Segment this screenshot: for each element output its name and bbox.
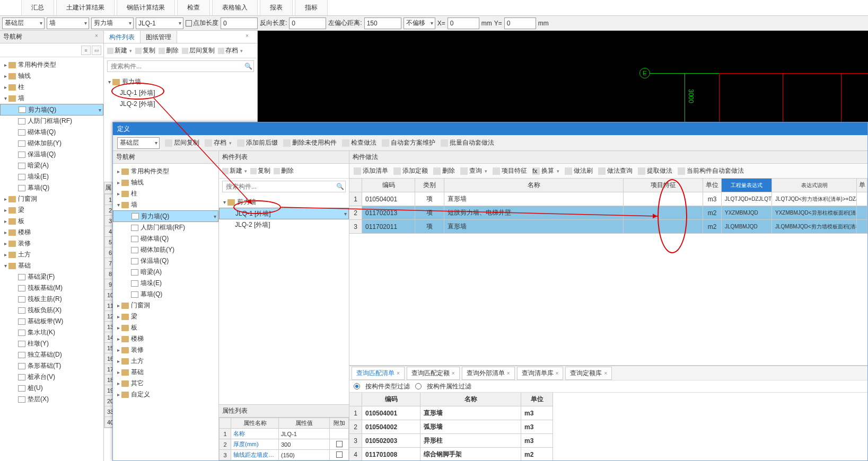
qtab-match-quota[interactable]: 查询匹配定额× bbox=[407, 367, 460, 380]
type-select[interactable]: 墙 bbox=[47, 17, 89, 29]
tree-leaf[interactable]: 筏板主筋(R) bbox=[0, 294, 103, 305]
tree-node[interactable]: 保温墙(Q) bbox=[113, 255, 218, 267]
practice-table[interactable]: 编码 类别 名称 项目特征 单位 工程量表达式 表达式说明 单 10105040… bbox=[349, 179, 867, 234]
qtab-ext-list[interactable]: 查询外部清单× bbox=[462, 367, 515, 380]
check-practice-button[interactable]: 检查做法 bbox=[342, 138, 376, 147]
comp-select[interactable]: JLQ-1 bbox=[136, 17, 183, 29]
tree-leaf[interactable]: 暗梁(A) bbox=[0, 160, 103, 171]
tree-leaf[interactable]: 剪力墙(Q) bbox=[0, 104, 103, 116]
tree-node[interactable]: JLQ-1 [外墙] bbox=[219, 208, 349, 219]
tree-node[interactable]: JLQ-2 [外墙] bbox=[104, 99, 257, 110]
tree-node[interactable]: ▸梁 bbox=[113, 311, 218, 322]
tree-node[interactable]: 人防门框墙(RF) bbox=[113, 222, 218, 233]
tab-rebar[interactable]: 钢筋计算结果 bbox=[117, 0, 175, 15]
tree-node[interactable]: ▾剪力墙 bbox=[219, 197, 349, 208]
tab-table-input[interactable]: 表格输入 bbox=[212, 0, 258, 15]
tab-check[interactable]: 检查 bbox=[177, 0, 210, 15]
auto-scheme-button[interactable]: 自动套方案维护 bbox=[382, 138, 435, 147]
tab-summary[interactable]: 汇总 bbox=[21, 0, 54, 15]
table-row[interactable]: 2010504002弧形墙m3 bbox=[349, 420, 867, 434]
tree-leaf[interactable]: 保温墙(Q) bbox=[0, 149, 103, 160]
search-input[interactable]: 🔍 bbox=[107, 60, 254, 72]
tab-index[interactable]: 指标 bbox=[295, 0, 328, 15]
layer-copy-button[interactable]: 层间复制 bbox=[165, 138, 199, 147]
tree-leaf[interactable]: 条形基础(T) bbox=[0, 360, 103, 371]
new-button[interactable]: 新建▾ bbox=[107, 46, 132, 55]
tree-node[interactable]: 砌体墙(Q) bbox=[113, 233, 218, 244]
tab-civil[interactable]: 土建计算结果 bbox=[56, 0, 115, 15]
add-quota-button[interactable]: 添加定额 bbox=[393, 166, 428, 175]
tree-node[interactable]: ▾剪力墙 bbox=[104, 76, 257, 87]
tab-report[interactable]: 报表 bbox=[260, 0, 293, 15]
tree-node[interactable]: ▸装修 bbox=[113, 344, 218, 356]
delete-unused-button[interactable]: 删除未使用构件 bbox=[283, 138, 337, 147]
delete-button[interactable]: 删除 bbox=[274, 166, 294, 175]
tree-node[interactable]: ▾基础 bbox=[0, 260, 103, 271]
tree-node[interactable]: ▸轴线 bbox=[0, 70, 103, 82]
tree-node[interactable]: 剪力墙(Q) bbox=[113, 210, 218, 222]
feature-button[interactable]: 项目特征 bbox=[493, 166, 527, 175]
tab-drawing-mgmt[interactable]: 图纸管理 bbox=[141, 31, 177, 43]
offset-input[interactable]: 150 bbox=[364, 17, 401, 29]
tree-node[interactable]: ▸装修 bbox=[0, 238, 103, 249]
tree-leaf[interactable]: 桩承台(V) bbox=[0, 371, 103, 383]
tree-node[interactable]: ▸板 bbox=[113, 322, 218, 333]
floor-select[interactable]: 基础层 bbox=[2, 17, 45, 29]
tree-leaf[interactable]: 人防门框墙(RF) bbox=[0, 116, 103, 127]
tree-leaf[interactable]: 砌体加筋(Y) bbox=[0, 138, 103, 149]
add-list-button[interactable]: 添加清单 bbox=[354, 166, 388, 175]
tree-node[interactable]: 墙垛(E) bbox=[113, 278, 218, 289]
tree-node[interactable]: 砌体加筋(Y) bbox=[113, 244, 218, 255]
table-row[interactable]: 3011702011项直形墙m2JLQMBMJQDJLQMBMJQD<剪力墙模板… bbox=[349, 220, 867, 234]
tree-leaf[interactable]: 砌体墙(Q) bbox=[0, 127, 103, 138]
tree-node[interactable]: ▸轴线 bbox=[113, 177, 218, 188]
copy-button[interactable]: 复制 bbox=[135, 46, 155, 55]
query-result-table[interactable]: 编码 名称 单位 1010504001直形墙m32010504002弧形墙m33… bbox=[349, 393, 867, 460]
rev-input[interactable]: 0 bbox=[289, 17, 326, 29]
tree-node[interactable]: ▸柱 bbox=[0, 82, 103, 93]
tree-leaf[interactable]: 墙垛(E) bbox=[0, 171, 103, 182]
tree-leaf[interactable]: 独立基础(D) bbox=[0, 349, 103, 360]
batch-auto-button[interactable]: 批量自动套做法 bbox=[441, 138, 494, 147]
filter-by-type-radio[interactable] bbox=[354, 383, 360, 389]
tree-node[interactable]: JLQ-1 [外墙] bbox=[104, 87, 257, 99]
close-icon[interactable]: × bbox=[95, 33, 101, 39]
archive-button[interactable]: 存档▾ bbox=[218, 46, 243, 55]
tree-leaf[interactable]: 垫层(X) bbox=[0, 394, 103, 405]
def-comp-tree[interactable]: ▾剪力墙JLQ-1 [外墙]JLQ-2 [外墙] bbox=[219, 194, 349, 404]
convert-button[interactable]: fx换算▾ bbox=[532, 166, 559, 175]
search-icon[interactable]: 🔍 bbox=[243, 63, 253, 70]
def-floor-select[interactable]: 基础层 bbox=[117, 137, 160, 149]
archive-button[interactable]: 存档▾ bbox=[205, 138, 232, 147]
filter-by-attr-radio[interactable] bbox=[415, 383, 422, 389]
tree-leaf[interactable]: 柱墩(Y) bbox=[0, 338, 103, 349]
tree-node[interactable]: ▸自定义 bbox=[113, 389, 218, 400]
delete-button[interactable]: 删除 bbox=[159, 46, 179, 55]
subtype-select[interactable]: 剪力墙 bbox=[91, 17, 134, 29]
tree-node[interactable]: ▸基础 bbox=[113, 367, 218, 378]
table-row[interactable]: 1010504001直形墙m3 bbox=[349, 406, 867, 420]
tree-node[interactable]: ▸柱 bbox=[113, 188, 218, 199]
tree-node[interactable]: ▸梁 bbox=[0, 205, 103, 216]
tree-node[interactable]: JLQ-2 [外墙] bbox=[219, 219, 349, 230]
tree-node[interactable]: ▸楼梯 bbox=[113, 333, 218, 344]
new-button[interactable]: 新建▾ bbox=[222, 166, 247, 175]
tree-leaf[interactable]: 集水坑(K) bbox=[0, 327, 103, 338]
tree-leaf[interactable]: 筏板负筋(X) bbox=[0, 305, 103, 316]
addlen-input[interactable]: 0 bbox=[221, 17, 258, 29]
tree-node[interactable]: 幕墙(Q) bbox=[113, 289, 218, 300]
tree-leaf[interactable]: 幕墙(Q) bbox=[0, 182, 103, 193]
view-btn-2[interactable]: ▭ bbox=[92, 46, 101, 55]
search-icon[interactable]: 🔍 bbox=[335, 183, 345, 190]
tree-node[interactable]: ▸其它 bbox=[113, 378, 218, 389]
table-row[interactable]: 3010502003异形柱m3 bbox=[349, 434, 867, 448]
qtab-list-lib[interactable]: 查询清单库× bbox=[517, 367, 564, 380]
copy-button[interactable]: 复制 bbox=[250, 166, 270, 175]
attr-row[interactable]: 2厚度(mm)300 bbox=[220, 439, 349, 450]
tree-node[interactable]: ▸土方 bbox=[0, 249, 103, 260]
tree-leaf[interactable]: 基础板带(W) bbox=[0, 316, 103, 327]
tree-node[interactable]: ▸门窗洞 bbox=[113, 300, 218, 311]
add-prefix-suffix-button[interactable]: 添加前后缀 bbox=[237, 138, 278, 147]
qtab-quota-lib[interactable]: 查询定额库× bbox=[565, 367, 612, 380]
brush-button[interactable]: 做法刷 bbox=[565, 166, 593, 175]
